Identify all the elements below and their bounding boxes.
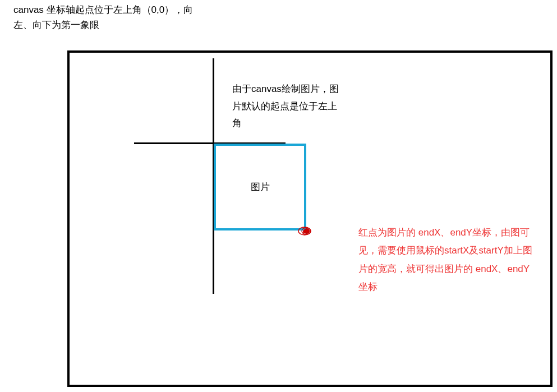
image-box-label: 图片 bbox=[251, 181, 270, 193]
image-box: 图片 bbox=[214, 144, 306, 230]
page-title: canvas 坐标轴起点位于左上角（0,0），向 左、向下为第一象限 bbox=[13, 2, 193, 33]
title-line-2: 左、向下为第一象限 bbox=[13, 20, 99, 30]
annotation-top: 由于canvas绘制图片，图片默认的起点是位于左上角 bbox=[232, 81, 344, 132]
annotation-red: 红点为图片的 endX、endY坐标，由图可见，需要使用鼠标的startX及st… bbox=[358, 224, 532, 296]
svg-point-3 bbox=[303, 230, 307, 234]
title-line-1: canvas 坐标轴起点位于左上角（0,0），向 bbox=[13, 4, 193, 15]
diagram-frame: 由于canvas绘制图片，图片默认的起点是位于左上角 图片 红点为图片的 end… bbox=[67, 50, 553, 387]
red-dot-icon bbox=[297, 225, 314, 237]
